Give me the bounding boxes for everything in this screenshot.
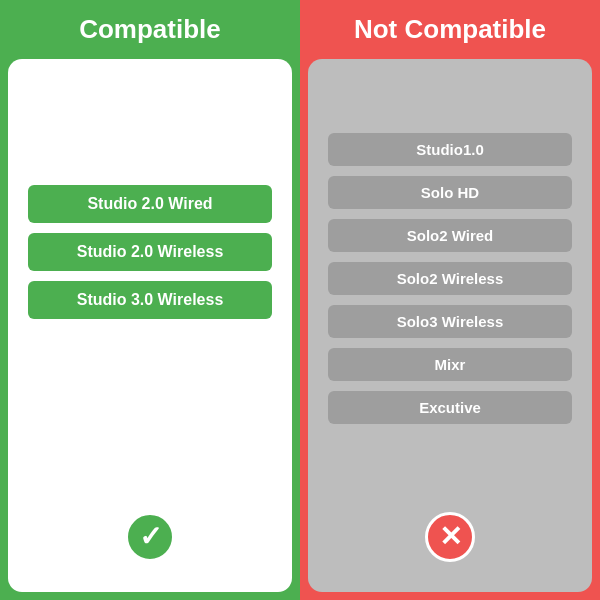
not-compatible-item: Mixr: [328, 348, 572, 381]
not-compatible-item: Solo HD: [328, 176, 572, 209]
not-compatible-item: Solo3 Wireless: [328, 305, 572, 338]
not-compatible-header: Not Compatible: [300, 0, 600, 59]
not-compatible-title: Not Compatible: [354, 14, 546, 44]
checkmark-icon: ✓: [139, 523, 162, 551]
compatible-body: Studio 2.0 WiredStudio 2.0 WirelessStudi…: [8, 59, 292, 592]
crossmark-icon: ✕: [439, 523, 462, 551]
compatible-item: Studio 2.0 Wired: [28, 185, 272, 223]
compatible-title: Compatible: [79, 14, 221, 44]
not-compatible-item: Studio1.0: [328, 133, 572, 166]
not-compatible-panel: Not Compatible Studio1.0Solo HDSolo2 Wir…: [300, 0, 600, 600]
compatible-items: Studio 2.0 WiredStudio 2.0 WirelessStudi…: [28, 185, 272, 319]
not-compatible-icon: ✕: [425, 512, 475, 562]
compatible-panel: Compatible Studio 2.0 WiredStudio 2.0 Wi…: [0, 0, 300, 600]
compatible-item: Studio 2.0 Wireless: [28, 233, 272, 271]
compatible-header: Compatible: [0, 0, 300, 59]
compatible-item: Studio 3.0 Wireless: [28, 281, 272, 319]
not-compatible-item: Excutive: [328, 391, 572, 424]
not-compatible-item: Solo2 Wired: [328, 219, 572, 252]
not-compatible-body: Studio1.0Solo HDSolo2 WiredSolo2 Wireles…: [308, 59, 592, 592]
not-compatible-items: Studio1.0Solo HDSolo2 WiredSolo2 Wireles…: [328, 133, 572, 424]
compatible-icon: ✓: [125, 512, 175, 562]
not-compatible-item: Solo2 Wireless: [328, 262, 572, 295]
